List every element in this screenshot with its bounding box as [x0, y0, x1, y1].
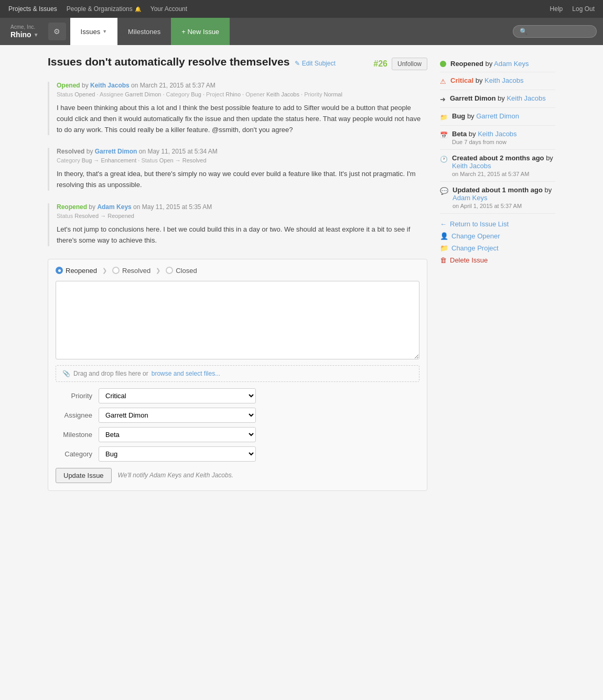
sidebar-event-assignee: ➜ Garrett Dimon by Keith Jacobs	[440, 90, 555, 108]
comment-reopened-actor: Adam Keys	[97, 203, 131, 211]
circle-green-icon	[440, 61, 446, 67]
sidebar-event-critical: ⚠ Critical by Keith Jacobs	[440, 72, 555, 90]
sidebar-links: ← Return to Issue List 👤 Change Opener 📁…	[440, 220, 555, 252]
sidebar-event-updated: 💬 Updated about 1 month ago by Adam Keys…	[440, 182, 555, 214]
comment-reopened-body: Let's not jump to conclusions here. I be…	[57, 224, 427, 246]
adam-keys-link-2[interactable]: Adam Keys	[453, 194, 487, 202]
sidebar-event-created: 🕐 Created about 2 months ago by Keith Ja…	[440, 150, 555, 182]
priority-label: Priority	[56, 392, 92, 400]
sidebar-milestone-text: Beta by Keith Jacobs Due 7 days from now	[452, 130, 517, 145]
issue-number: #26	[373, 59, 387, 69]
return-arrow-icon: ←	[440, 220, 447, 228]
assignee-label: Assignee	[56, 411, 92, 419]
help-link[interactable]: Help	[550, 5, 563, 13]
top-nav: Projects & Issues People & Organizations…	[0, 0, 603, 18]
status-resolved-option[interactable]: Resolved	[112, 267, 150, 275]
sidebar-category-text: Bug by Garrett Dimon	[452, 112, 519, 120]
sidebar-event-reopened: Reopened by Adam Keys	[440, 56, 555, 72]
arrow-right-icon: ➜	[440, 95, 446, 103]
comment-opened-actor: Keith Jacobs	[90, 82, 130, 89]
arrow-2: ❯	[156, 267, 160, 274]
status-reopened-option[interactable]: Reopened	[56, 267, 97, 275]
trash-icon: 🗑	[440, 256, 447, 264]
issue-title: Issues don't automatically resolve thems…	[48, 56, 289, 68]
category-row: Category Bug Enhancement Feature	[56, 446, 419, 462]
milestones-tab[interactable]: Milestones	[117, 18, 171, 45]
assignee-row: Assignee Garrett Dimon Adam Keys Keith J…	[56, 408, 419, 423]
issues-tab-arrow: ▼	[102, 29, 107, 34]
comment-resolved-meta: Category Bug → Enhancement · Status Open…	[57, 157, 427, 163]
projects-issues-link[interactable]: Projects & Issues	[8, 5, 57, 13]
sidebar-assignee-text: Garrett Dimon by Keith Jacobs	[450, 94, 546, 102]
comment-resolved-actor: Garrett Dimon	[95, 148, 137, 155]
search-input[interactable]	[513, 25, 597, 38]
clock-icon: 🕐	[440, 156, 448, 163]
comment-reopened-meta: Status Resolved → Reopened	[57, 213, 427, 219]
update-issue-button[interactable]: Update Issue	[56, 468, 112, 483]
keith-jacobs-link-3[interactable]: Keith Jacobs	[478, 130, 516, 138]
comment-reopened-header: Reopened by Adam Keys on May 11, 2015 at…	[57, 203, 427, 211]
folder-icon: 📁	[440, 114, 448, 121]
keith-jacobs-link-4[interactable]: Keith Jacobs	[452, 162, 491, 170]
left-column: Issues don't automatically resolve thems…	[48, 56, 427, 491]
priority-select[interactable]: Normal Critical High Low	[99, 388, 256, 403]
sidebar-event-milestone: 📅 Beta by Keith Jacobs Due 7 days from n…	[440, 126, 555, 150]
person-icon: 👤	[440, 232, 448, 240]
new-issue-tab[interactable]: + New Issue	[171, 18, 230, 45]
people-orgs-link[interactable]: People & Organizations	[67, 5, 133, 13]
your-account-link[interactable]: Your Account	[150, 5, 187, 13]
change-project-link[interactable]: 📁 Change Project	[440, 244, 555, 252]
status-closed-option[interactable]: Closed	[166, 267, 197, 275]
milestone-label: Milestone	[56, 431, 92, 439]
change-opener-link[interactable]: 👤 Change Opener	[440, 232, 555, 240]
comment-opened: Opened by Keith Jacobs on March 21, 2015…	[48, 82, 427, 135]
keith-jacobs-link-2[interactable]: Keith Jacobs	[507, 94, 545, 102]
category-select[interactable]: Bug Enhancement Feature	[99, 446, 256, 462]
alert-triangle-icon: ⚠	[440, 78, 446, 85]
update-form: Reopened ❯ Resolved ❯ Closed 📎 Drag and …	[48, 259, 427, 491]
sidebar-reopened-text: Reopened by Adam Keys	[450, 60, 529, 68]
chat-icon: 💬	[440, 187, 448, 195]
issue-title-row: Issues don't automatically resolve thems…	[48, 56, 427, 70]
browse-files-link[interactable]: browse and select files...	[152, 370, 220, 377]
logout-link[interactable]: Log Out	[572, 5, 595, 13]
issues-tab[interactable]: Issues ▼	[70, 18, 118, 45]
comment-resolved-body: In theory, that's a great idea, but ther…	[57, 169, 427, 191]
milestone-select[interactable]: Beta Alpha v1.0	[99, 427, 256, 442]
sidebar-created-text: Created about 2 months ago by Keith Jaco…	[452, 154, 555, 177]
settings-button[interactable]: ⚙	[48, 23, 66, 40]
comment-opened-meta: Status Opened · Assignee Garrett Dimon ·…	[57, 91, 427, 97]
bell-icon: 🔔	[135, 6, 141, 12]
main-content: Issues don't automatically resolve thems…	[39, 45, 564, 501]
priority-row: Priority Normal Critical High Low	[56, 388, 419, 403]
comment-textarea[interactable]	[56, 281, 419, 359]
comment-reopened: Reopened by Adam Keys on May 11, 2015 at…	[48, 203, 427, 246]
assignee-select[interactable]: Garrett Dimon Adam Keys Keith Jacobs	[99, 408, 256, 423]
return-to-issue-list-link[interactable]: ← Return to Issue List	[440, 220, 555, 228]
milestone-row: Milestone Beta Alpha v1.0	[56, 427, 419, 442]
unfollow-button[interactable]: Unfollow	[392, 58, 427, 70]
sub-nav: Acme, Inc. Rhino ▼ ⚙ Issues ▼ Milestones…	[0, 18, 603, 45]
adam-keys-link-1[interactable]: Adam Keys	[494, 60, 529, 68]
edit-subject-link[interactable]: ✎ Edit Subject	[295, 60, 335, 67]
delete-issue-link[interactable]: 🗑 Delete Issue	[440, 256, 555, 264]
status-selector: Reopened ❯ Resolved ❯ Closed	[56, 267, 419, 275]
comment-opened-header: Opened by Keith Jacobs on March 21, 2015…	[57, 82, 427, 89]
comment-resolved-header: Resolved by Garrett Dimon on May 11, 201…	[57, 148, 427, 155]
file-drop-area[interactable]: 📎 Drag and drop files here or browse and…	[56, 365, 419, 382]
sidebar-event-category: 📁 Bug by Garrett Dimon	[440, 108, 555, 126]
right-sidebar: Reopened by Adam Keys ⚠ Critical by Keit…	[440, 56, 555, 491]
project-dropdown-icon: ▼	[34, 32, 39, 38]
comment-resolved: Resolved by Garrett Dimon on May 11, 201…	[48, 148, 427, 191]
keith-jacobs-link-1[interactable]: Keith Jacobs	[484, 76, 523, 84]
form-actions: Update Issue We'll notify Adam Keys and …	[56, 468, 419, 483]
sidebar-critical-text: Critical by Keith Jacobs	[450, 76, 523, 84]
project-selector[interactable]: Acme, Inc. Rhino ▼	[5, 24, 44, 39]
garrett-dimon-link-1[interactable]: Garrett Dimon	[476, 112, 519, 120]
sidebar-delete: 🗑 Delete Issue	[440, 256, 555, 264]
notify-text: We'll notify Adam Keys and Keith Jacobs.	[118, 472, 233, 479]
comment-opened-body: I have been thinking about this a lot an…	[57, 103, 427, 135]
paperclip-icon: 📎	[62, 370, 70, 377]
calendar-icon: 📅	[440, 132, 448, 139]
arrow-1: ❯	[102, 267, 107, 274]
